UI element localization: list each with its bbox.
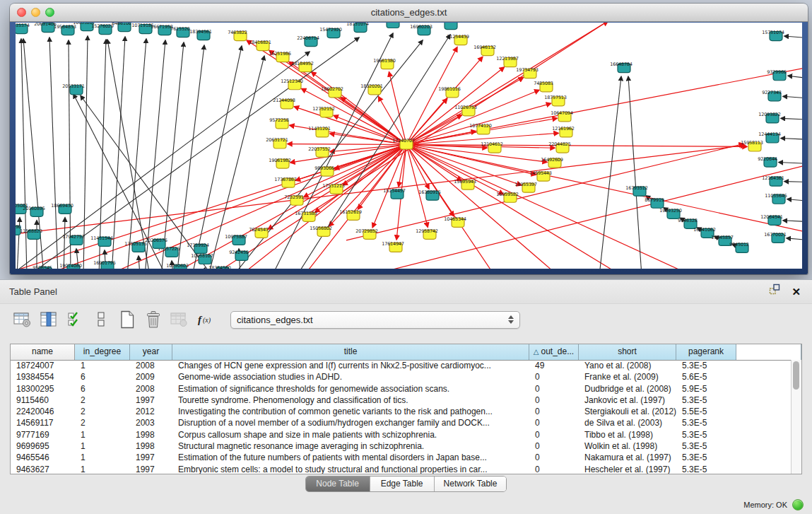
table-row[interactable]: 1938455462009Genome-wide association stu… [11,371,791,382]
graph-node[interactable]: 7615520 [170,26,190,37]
table-row[interactable]: 1872400712008Changes of HCN gene express… [11,360,791,371]
graph-node[interactable]: 16251986 [269,51,291,62]
memory-ok-dot[interactable] [792,499,804,510]
graph-node[interactable]: 8679919 [645,197,664,209]
graph-node[interactable]: 12752152 [312,106,335,117]
graph-node[interactable]: 15276029 [91,23,114,35]
graph-node[interactable]: 22037552 [308,146,331,158]
graph-node[interactable]: 15723049 [379,23,401,28]
graph-node[interactable]: 10647094 [551,110,573,122]
deselect-all-icon[interactable] [91,310,111,329]
window-titlebar[interactable]: citations_edges.txt [10,4,808,22]
graph-node[interactable]: 11035645 [765,193,787,204]
graph-node[interactable]: 9210644 [758,156,777,168]
graph-node[interactable]: 9329966 [767,69,787,81]
graph-node[interactable]: 9242450 [229,250,249,261]
graph-node[interactable]: 11431201 [308,126,331,137]
graph-node[interactable]: 17942757 [62,234,85,245]
graph-node[interactable]: 20691406 [34,23,57,33]
graph-node[interactable]: 14035574 [16,23,30,34]
graph-node[interactable]: 18669430 [51,203,73,214]
minimize-button[interactable] [31,8,40,17]
graph-node[interactable]: 15751074 [762,30,784,41]
graph-node[interactable]: 11451544 [90,235,113,247]
graph-node[interactable]: 12064541 [760,214,783,226]
scrollbar-thumb[interactable] [793,361,799,390]
graph-node[interactable]: 19565683 [437,23,459,30]
graph-node[interactable]: 19564833 [54,24,76,35]
table-row[interactable]: 911546021997Tourette syndrome. Phenomeno… [11,395,791,406]
tab-node-table[interactable]: Node Table [306,477,370,491]
table-settings-icon[interactable] [13,310,33,329]
graph-node[interactable]: 9227343 [762,90,782,101]
graph-node[interactable]: 10790603 [166,263,189,269]
column-header-title[interactable]: title [172,344,529,360]
graph-node[interactable]: 20160895 [23,206,45,217]
graph-node[interactable]: 20631721 [266,137,288,148]
graph-node[interactable]: 18384560 [208,265,231,269]
graph-node[interactable]: 20533171 [62,83,85,95]
graph-node[interactable]: 12164361 [762,175,784,187]
graph-node[interactable]: 17240707 [392,138,415,149]
graph-node[interactable]: 16380915 [418,189,441,201]
new-table-icon[interactable] [117,310,137,329]
graph-node[interactable]: 16152619 [339,209,362,221]
column-header-pagerank[interactable]: pagerank [676,344,736,360]
table-row[interactable]: 946554611997Estimation of the future num… [11,452,791,463]
tab-network-table[interactable]: Network Table [435,477,507,491]
graph-node[interactable]: 19061982 [269,158,291,169]
graph-node[interactable]: 18602702 [321,86,343,98]
graph-node[interactable]: 16770021 [764,232,787,243]
zoom-button[interactable] [45,8,54,17]
table-scrollbar[interactable] [791,360,801,474]
graph-node[interactable]: 17359924 [187,243,209,254]
graph-node[interactable]: 12958742 [416,228,438,240]
show-columns-icon[interactable] [39,310,59,329]
graph-node[interactable]: 19861016 [438,86,461,98]
graph-node[interactable]: 19734793 [516,67,539,78]
graph-node[interactable]: 18184952 [291,61,314,72]
graph-node[interactable]: 9572258 [269,117,289,129]
graph-node[interactable]: 16946132 [473,45,496,56]
function-builder-icon[interactable]: f (x) [196,310,216,329]
table-selector-dropdown[interactable]: citations_edges.txt [230,311,520,329]
graph-node[interactable]: 12512340 [281,78,303,90]
column-header-out_degree[interactable]: △out_de... [529,344,579,360]
column-header-year[interactable]: year [130,344,172,360]
graph-node[interactable]: 18320201 [360,83,383,95]
table-row[interactable]: 1456911722003Disruption of a novel membe… [11,417,791,428]
column-header-name[interactable]: name [11,344,75,360]
graph-node[interactable]: 7463822 [228,30,247,41]
graph-node[interactable]: 9245012 [729,242,749,253]
graph-node[interactable]: 12104612 [481,141,503,153]
graph-node[interactable]: 17531213 [322,183,345,194]
graph-node[interactable]: 16648784 [610,62,632,73]
column-header-short[interactable]: short [579,344,676,360]
graph-node[interactable]: 15958113 [741,140,763,151]
import-table-icon[interactable] [170,310,189,329]
table-row[interactable]: 1830029562008Estimation of significance … [11,383,791,395]
graph-node[interactable]: 15056802 [310,226,332,237]
table-row[interactable]: 969969511998Structural magnetic resonanc… [11,440,791,452]
graph-node[interactable]: 10465344 [444,216,466,228]
float-panel-icon[interactable] [769,280,780,303]
graph-node[interactable]: 16959582 [496,192,519,203]
graph-node[interactable]: 22044825 [548,141,571,153]
graph-node[interactable]: 12161962 [552,126,575,137]
graph-node[interactable]: 7624547 [249,227,269,238]
graph-node[interactable]: 16671958 [151,24,173,35]
graph-node[interactable]: 6466100 [112,23,131,32]
graph-node[interactable]: 16793512 [625,185,648,197]
graph-node[interactable]: 16960203 [410,24,433,35]
network-canvas-svg[interactable]: 1403557420691406195648331065328715276029… [16,23,802,269]
graph-node[interactable]: 20206576 [145,238,167,249]
graph-node[interactable]: 13505135 [124,241,147,252]
graph-node[interactable]: 22406714 [297,35,319,47]
graph-node[interactable]: 14595443 [529,170,552,182]
table-row[interactable]: 2242004622012Investigating the contribut… [11,406,791,417]
column-header-in_degree[interactable]: in_degree [75,344,130,360]
table-row[interactable]: 946362711997Embryonic stem cells: a mode… [11,464,791,474]
table-row[interactable]: 977716911998Corpus callosum shape and si… [11,429,791,440]
close-button[interactable] [17,8,26,17]
graph-node[interactable]: 15472920 [319,27,342,38]
